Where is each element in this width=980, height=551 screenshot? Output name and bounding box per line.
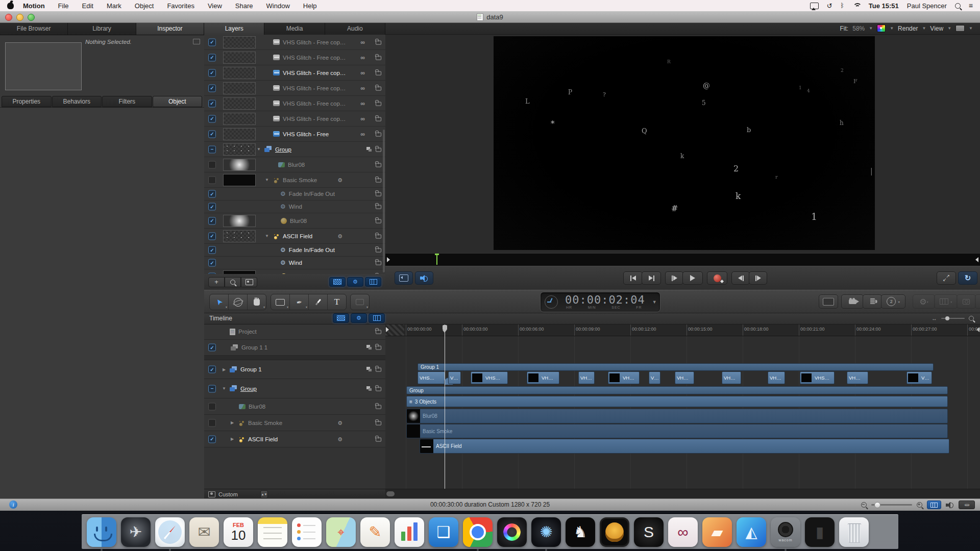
minimize-button[interactable] — [16, 14, 23, 21]
menu-clock[interactable]: Tue 15:51 — [869, 2, 899, 10]
playhead-handle[interactable] — [443, 325, 447, 330]
lock-icon[interactable] — [376, 205, 381, 209]
show-timeline-button[interactable] — [927, 500, 941, 509]
disclosure-right-icon[interactable]: ▶ — [222, 367, 227, 372]
lock-icon[interactable] — [376, 261, 381, 265]
layer-row[interactable]: Blur08 — [204, 157, 385, 172]
keying-button[interactable] — [863, 294, 882, 309]
lock-icon[interactable] — [376, 219, 381, 223]
tab-file-browser[interactable]: File Browser — [0, 22, 68, 35]
step-back-button[interactable] — [731, 271, 750, 285]
menu-item-object[interactable]: Object — [135, 2, 154, 10]
emitter-settings-gear-icon[interactable]: ⚙ — [337, 233, 342, 239]
timeline-clip[interactable]: V… — [906, 371, 932, 384]
playhead-line[interactable] — [445, 336, 445, 489]
disclosure-down-icon[interactable]: ▼ — [222, 386, 227, 391]
subtab-object[interactable]: Object — [153, 96, 203, 107]
step-forward-button[interactable] — [749, 271, 767, 285]
play-from-start-button[interactable] — [665, 271, 683, 285]
dock-icon-dark-folder-app[interactable]: ▮ — [805, 517, 835, 547]
disclosure-right-icon[interactable]: ▶ — [230, 420, 235, 425]
snapshot-button[interactable] — [957, 294, 976, 309]
lock-icon[interactable] — [376, 437, 381, 441]
dock-icon-trash[interactable] — [839, 517, 869, 547]
chevron-down-icon[interactable]: ▼ — [652, 299, 657, 305]
timeline-clip[interactable]: VH… — [722, 371, 741, 384]
dock-icon-reminders[interactable] — [292, 517, 322, 547]
go-to-end-button[interactable] — [642, 271, 661, 285]
pane-flip-icon[interactable] — [193, 39, 200, 44]
dock-icon-finder[interactable] — [87, 517, 116, 547]
fullscreen-button[interactable]: ↗↙ — [937, 271, 956, 285]
subtab-filters[interactable]: Filters — [102, 96, 152, 107]
timecode-display[interactable]: 00:00:02:04 HRMINSECFR ▼ — [540, 292, 660, 312]
lock-icon[interactable] — [376, 40, 381, 44]
timeline-clip[interactable]: VH… — [768, 371, 785, 384]
timeline-clip[interactable]: VH… — [608, 371, 640, 384]
timeline-show-masks-button[interactable] — [333, 313, 349, 323]
notification-center-icon[interactable]: ≡ — [969, 2, 973, 10]
render-menu[interactable]: Render — [898, 25, 918, 32]
show-behaviors-button[interactable]: ⚙ — [347, 277, 363, 287]
visibility-checkbox[interactable]: ✓ — [208, 344, 216, 352]
layer-row[interactable]: Project — [204, 324, 385, 340]
menu-item-help[interactable]: Help — [303, 2, 317, 10]
visibility-checkbox[interactable]: ✓ — [208, 115, 216, 122]
layer-row[interactable]: ✓VHS Glitch - Free cop…∞ — [204, 50, 385, 65]
visibility-checkbox[interactable]: ✓ — [208, 232, 216, 240]
visibility-checkbox[interactable]: ✓ — [208, 190, 216, 198]
menu-item-view[interactable]: View — [208, 2, 222, 10]
zoom-value[interactable]: 58% — [852, 25, 865, 32]
layer-row[interactable]: ✓wASCII — [204, 269, 385, 274]
layer-row[interactable]: ✓VHS Glitch - Free cop…∞ — [204, 111, 385, 127]
link-icon[interactable]: ∞ — [360, 85, 365, 92]
track-group-bar[interactable]: Group — [406, 386, 948, 394]
airplay-icon[interactable] — [810, 3, 819, 9]
timeline-show-filters-button[interactable] — [369, 313, 385, 323]
visibility-checkbox[interactable]: ✓ — [208, 203, 216, 211]
visibility-checkbox[interactable] — [208, 176, 216, 184]
lock-icon[interactable] — [376, 71, 381, 75]
emitter-settings-gear-icon[interactable]: ⚙ — [337, 419, 342, 426]
visibility-checkbox[interactable] — [208, 419, 216, 427]
link-icon[interactable]: ∞ — [360, 39, 365, 46]
close-button[interactable] — [5, 14, 12, 21]
mini-timeline-playhead[interactable] — [436, 255, 437, 265]
visibility-checkbox[interactable]: ✓ — [208, 38, 216, 46]
dock-icon-maps[interactable]: ⌖ — [326, 517, 356, 547]
collapse-panels-button[interactable]: «» — [959, 500, 975, 509]
chevron-down-icon[interactable]: ▼ — [869, 26, 873, 31]
dock-icon-photo-editor[interactable]: ▰ — [702, 517, 732, 547]
search-button[interactable] — [225, 277, 241, 287]
chevron-down-icon[interactable]: ▼ — [890, 26, 894, 31]
link-icon[interactable]: ∞ — [360, 54, 365, 61]
tab-audio[interactable]: Audio — [325, 22, 385, 35]
layer-row[interactable]: ✓▶ASCII Field⚙ — [204, 431, 385, 447]
hscroll-thumb[interactable] — [386, 491, 395, 496]
timeline-clip[interactable]: VHS… — [800, 371, 835, 384]
loop-button[interactable]: ↻ — [958, 271, 977, 285]
subtab-properties[interactable]: Properties — [2, 96, 52, 107]
lock-icon[interactable] — [376, 368, 381, 372]
dock-icon-wacom-desktop-center[interactable]: wacom — [771, 517, 800, 547]
dock-icon-black-animal-app[interactable]: ♞ — [566, 517, 595, 547]
go-to-start-button[interactable] — [623, 271, 643, 285]
tab-inspector[interactable]: Inspector — [136, 22, 204, 35]
layout-icon[interactable] — [955, 25, 965, 32]
layer-row[interactable]: ✓⚙Fade In/Fade Out — [204, 188, 385, 201]
visibility-checkbox[interactable]: – — [208, 385, 216, 392]
timeline-hscrollbar[interactable] — [385, 489, 980, 499]
visibility-checkbox[interactable]: ✓ — [208, 130, 216, 138]
lock-icon[interactable] — [376, 346, 381, 350]
timeline-clip[interactable]: VH… — [578, 371, 595, 384]
clip-menu-button[interactable]: ▾ — [934, 294, 958, 309]
play-button[interactable] — [682, 271, 703, 285]
layer-row[interactable]: ✓VHS Glitch - Free cop…∞ — [204, 81, 385, 96]
text-tool-button[interactable]: T — [328, 294, 346, 310]
layer-row[interactable]: ▼Basic Smoke⚙ — [204, 172, 385, 188]
timeline-clip[interactable]: VHS… — [418, 371, 445, 384]
dock-icon-pages[interactable]: ✎ — [360, 517, 390, 547]
menu-item-mark[interactable]: Mark — [107, 2, 121, 10]
visibility-checkbox[interactable]: ✓ — [208, 366, 216, 373]
menu-item-edit[interactable]: Edit — [82, 2, 93, 10]
